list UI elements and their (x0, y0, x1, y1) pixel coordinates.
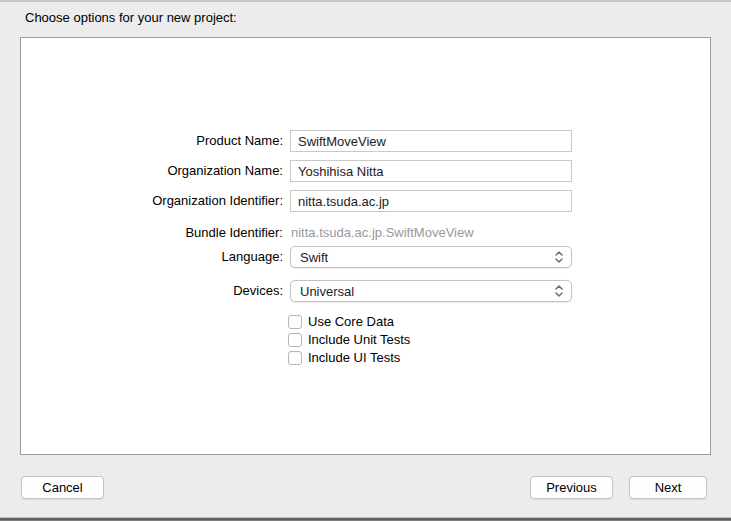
bundle-identifier-value: nitta.tsuda.ac.jp.SwiftMoveView (290, 222, 572, 244)
previous-button[interactable]: Previous (530, 476, 613, 499)
language-popup[interactable]: Swift (290, 246, 572, 268)
cancel-button[interactable]: Cancel (21, 476, 104, 499)
bundle-identifier-label: Bundle Identifier: (20, 222, 283, 244)
use-core-data-checkbox[interactable] (288, 315, 302, 329)
product-name-label: Product Name: (20, 130, 283, 152)
include-unit-tests-row: Include Unit Tests (288, 332, 410, 348)
include-ui-tests-label[interactable]: Include UI Tests (308, 350, 400, 366)
include-ui-tests-row: Include UI Tests (288, 350, 400, 366)
next-button[interactable]: Next (629, 476, 707, 499)
include-unit-tests-label[interactable]: Include Unit Tests (308, 332, 410, 348)
organization-identifier-label: Organization Identifier: (20, 190, 283, 212)
chevron-up-down-icon (551, 249, 567, 265)
organization-name-input[interactable] (290, 160, 572, 182)
devices-label: Devices: (20, 280, 283, 302)
organization-name-label: Organization Name: (20, 160, 283, 182)
include-unit-tests-checkbox[interactable] (288, 333, 302, 347)
use-core-data-row: Use Core Data (288, 314, 394, 330)
language-label: Language: (20, 246, 283, 268)
organization-identifier-input[interactable] (290, 190, 572, 212)
devices-popup-value: Universal (300, 284, 551, 299)
sheet-title: Choose options for your new project: (25, 10, 237, 25)
window-top-edge (0, 0, 731, 2)
product-name-input[interactable] (290, 130, 572, 152)
language-popup-value: Swift (300, 250, 551, 265)
devices-popup[interactable]: Universal (290, 280, 572, 302)
window-bottom-edge (0, 517, 731, 521)
use-core-data-label[interactable]: Use Core Data (308, 314, 394, 330)
include-ui-tests-checkbox[interactable] (288, 351, 302, 365)
chevron-up-down-icon (551, 283, 567, 299)
